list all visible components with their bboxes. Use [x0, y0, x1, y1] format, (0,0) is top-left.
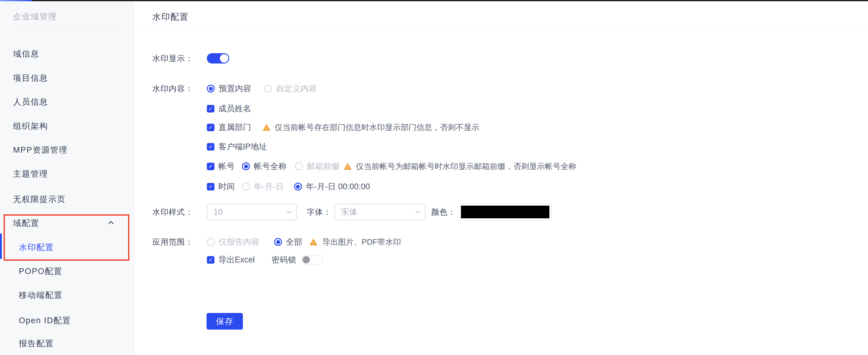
sidebar-item-popo-config[interactable]: POPO配置: [19, 267, 62, 276]
active-item-indicator: [0, 234, 2, 259]
account-warning-text: 仅当前帐号为邮箱帐号时水印显示邮箱前缀，否则显示帐号全称: [356, 161, 576, 172]
checkbox-member-name-label[interactable]: 成员姓名: [218, 103, 251, 114]
checkbox-department-label[interactable]: 直属部门: [218, 122, 251, 133]
department-warning-text: 仅当前帐号存在部门信息时水印显示部门信息，否则不显示: [275, 122, 479, 133]
row-department: ✓ 直属部门 ! 仅当前帐号存在部门信息时水印显示部门信息，否则不显示: [207, 122, 479, 133]
row-watermark-style: 水印样式： 10 字体： 宋体 颜色：: [152, 204, 552, 220]
watermark-settings-page: 企业域管理 域信息 项目信息 人员信息 组织架构 MPP资源管理 主题管理 无权…: [0, 0, 868, 355]
row-account: ✓ 帐号 帐号全称 邮箱前缀 ! 仅当前帐号为邮箱帐号时水印显示邮箱前缀，否则显…: [207, 161, 576, 172]
sidebar-item-no-permission-page[interactable]: 无权限提示页: [13, 195, 66, 204]
font-select-value: 宋体: [341, 207, 416, 217]
row-apply-scope: 应用范围： 仅报告内容 全部 ! 导出图片、PDF带水印: [152, 237, 401, 247]
font-select[interactable]: 宋体: [334, 204, 426, 220]
sidebar-group-label: 域配置: [13, 219, 39, 228]
radio-all[interactable]: [274, 238, 282, 246]
chevron-down-icon: [415, 209, 421, 213]
warning-icon: !: [310, 239, 317, 246]
radio-all-label[interactable]: 全部: [286, 237, 302, 247]
toggle-knob: [220, 54, 228, 63]
radio-email-prefix-label[interactable]: 邮箱前缀: [307, 161, 340, 172]
chevron-down-icon: [287, 209, 292, 213]
checkbox-account-label[interactable]: 帐号: [218, 161, 235, 172]
sidebar-item-personnel-info[interactable]: 人员信息: [13, 97, 48, 106]
password-lock-toggle[interactable]: [301, 255, 323, 264]
radio-custom-content-label[interactable]: 自定义内容: [276, 83, 317, 94]
row-client-ip: ✓ 客户端IP地址: [207, 142, 267, 152]
scope-warning-text: 导出图片、PDF带水印: [322, 237, 401, 247]
radio-custom-content[interactable]: [264, 85, 272, 93]
radio-report-only-label[interactable]: 仅报告内容: [219, 237, 259, 247]
radio-account-fullname[interactable]: [242, 163, 250, 170]
sidebar-item-watermark-config[interactable]: 水印配置: [19, 243, 54, 252]
sidebar-item-openid-config[interactable]: Open ID配置: [19, 316, 71, 325]
color-swatch: [461, 206, 549, 218]
checkbox-client-ip-label[interactable]: 客户端IP地址: [218, 141, 267, 152]
checkbox-department[interactable]: ✓: [207, 124, 214, 131]
sidebar-group-domain-config[interactable]: 域配置: [13, 219, 125, 228]
sidebar-item-mobile-config[interactable]: 移动端配置: [19, 291, 63, 300]
checkbox-export-excel-label[interactable]: 导出Excel: [218, 254, 255, 265]
radio-report-only[interactable]: [207, 238, 215, 246]
sidebar-item-report-config[interactable]: 报告配置: [19, 339, 54, 348]
watermark-display-toggle[interactable]: [207, 53, 229, 64]
row-member-name: ✓ 成员姓名: [207, 103, 251, 114]
page-title: 水印配置: [152, 11, 189, 23]
radio-date-time-label[interactable]: 年-月-日 00:00:00: [306, 181, 370, 192]
checkbox-export-excel[interactable]: ✓: [207, 256, 214, 264]
font-label: 字体：: [307, 207, 331, 217]
checkbox-account[interactable]: ✓: [207, 163, 214, 170]
watermark-content-label: 水印内容：: [152, 83, 191, 94]
radio-date-only[interactable]: [242, 183, 250, 190]
radio-preset-content[interactable]: [207, 85, 215, 93]
chevron-up-icon: [108, 221, 114, 226]
color-picker[interactable]: [459, 204, 552, 220]
size-select-value: 10: [214, 207, 287, 217]
toggle-knob: [303, 256, 310, 263]
watermark-style-label: 水印样式：: [152, 207, 191, 217]
save-button[interactable]: 保存: [207, 313, 243, 330]
password-lock-label: 密码锁: [272, 255, 296, 265]
header-divider: [134, 30, 868, 30]
loading-progress-bar: [0, 0, 32, 1]
size-select[interactable]: 10: [207, 204, 297, 220]
sidebar-item-mpp-resource[interactable]: MPP资源管理: [13, 145, 68, 154]
warning-icon: !: [344, 163, 352, 170]
window-top-strip: [0, 0, 868, 1]
checkbox-time[interactable]: ✓: [207, 183, 214, 190]
checkbox-client-ip[interactable]: ✓: [207, 143, 214, 151]
checkbox-member-name[interactable]: ✓: [207, 105, 214, 112]
row-watermark-display: 水印显示：: [152, 53, 229, 64]
radio-date-time[interactable]: [294, 183, 302, 190]
radio-account-fullname-label[interactable]: 帐号全称: [254, 161, 286, 172]
sidebar-item-org-structure[interactable]: 组织架构: [13, 121, 48, 131]
radio-email-prefix[interactable]: [295, 163, 303, 170]
main-content: 水印配置 水印显示： 水印内容： 预置内容 自定义内容 ✓ 成员姓名 ✓ 直属部…: [134, 1, 868, 355]
sidebar-item-domain-info[interactable]: 域信息: [13, 49, 39, 58]
apply-scope-label: 应用范围：: [152, 237, 191, 247]
warning-icon: !: [262, 124, 271, 131]
sidebar-item-project-info[interactable]: 项目信息: [13, 73, 48, 82]
sidebar: 企业域管理 域信息 项目信息 人员信息 组织架构 MPP资源管理 主题管理 无权…: [0, 1, 134, 355]
radio-date-only-label[interactable]: 年-月-日: [254, 181, 284, 192]
sidebar-item-theme-mgmt[interactable]: 主题管理: [13, 169, 48, 178]
row-export-excel: ✓ 导出Excel 密码锁: [207, 255, 323, 265]
row-time: ✓ 时间 年-月-日 年-月-日 00:00:00: [207, 181, 370, 192]
radio-preset-content-label[interactable]: 预置内容: [219, 83, 251, 94]
row-watermark-content: 水印内容： 预置内容 自定义内容: [152, 83, 317, 94]
sidebar-section-title: 企业域管理: [13, 11, 57, 22]
watermark-display-label: 水印显示：: [152, 53, 191, 64]
sidebar-divider: [13, 27, 119, 27]
checkbox-time-label[interactable]: 时间: [218, 181, 235, 192]
color-label: 颜色：: [431, 207, 456, 217]
